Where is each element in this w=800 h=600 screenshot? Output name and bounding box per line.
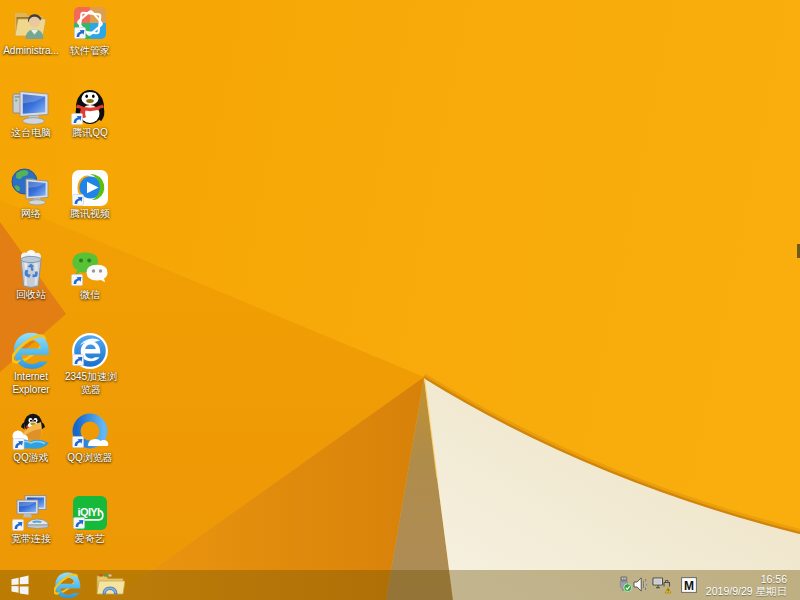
svg-text:M: M: [684, 579, 694, 593]
svg-text:iQIYI: iQIYI: [77, 506, 100, 518]
